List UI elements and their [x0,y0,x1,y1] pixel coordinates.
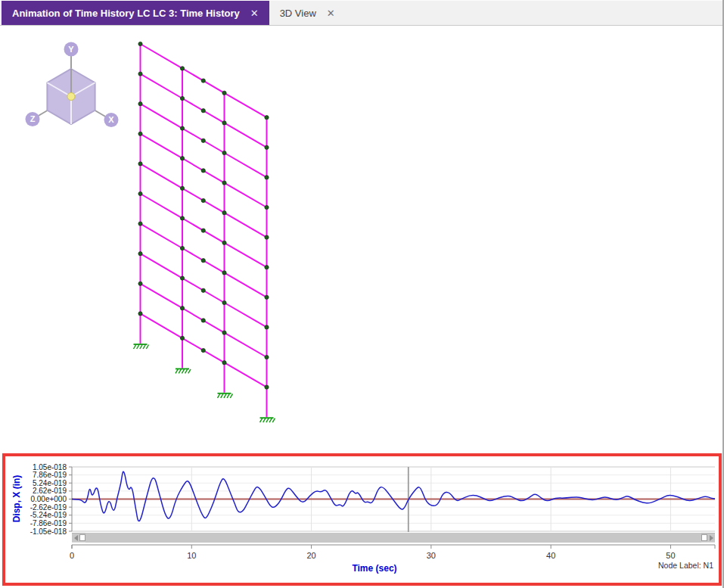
svg-text:40: 40 [546,551,555,560]
app-window: Animation of Time History LC LC 3: Time … [0,0,724,588]
node-dot[interactable] [180,126,184,130]
node-dot[interactable] [180,216,184,220]
svg-text:2.62e-019: 2.62e-019 [33,487,67,495]
svg-text:5.24e-019: 5.24e-019 [33,479,67,487]
node-dot[interactable] [138,222,142,226]
svg-text:-1.05e-018: -1.05e-018 [30,527,67,536]
node-dot[interactable] [138,42,142,45]
beam-member [225,123,267,147]
node-dot[interactable] [201,109,205,113]
svg-text:10: 10 [187,551,196,560]
model-viewport[interactable]: YZX [0,26,722,453]
node-label: Node Label: N1 [658,561,713,570]
scroll-range-start-handle[interactable] [79,534,85,541]
node-dot[interactable] [222,91,226,95]
node-dot[interactable] [222,121,226,125]
node-dot[interactable] [265,266,269,269]
beam-member [225,333,267,357]
time-scrollbar[interactable] [72,533,715,543]
scroll-right-arrow-icon[interactable] [707,533,715,543]
node-dot[interactable] [180,246,184,250]
svg-text:50: 50 [666,551,675,560]
fixed-support[interactable] [134,344,149,349]
close-icon[interactable]: ✕ [327,8,335,19]
node-dot[interactable] [201,259,205,263]
node-dot[interactable] [138,132,142,135]
node-dot[interactable] [201,319,205,322]
node-dot[interactable] [180,336,184,340]
beam-member [141,284,183,308]
svg-text:-2.62e-019: -2.62e-019 [30,503,67,512]
time-history-panel: 1.05e-0187.86e-0195.24e-0192.62e-0190.00… [2,453,722,586]
beam-member [141,134,183,158]
node-dot[interactable] [138,72,142,76]
node-dot[interactable] [222,181,226,185]
node-dot[interactable] [201,348,205,352]
node-dot[interactable] [265,385,269,389]
node-dot[interactable] [265,145,269,149]
node-dot[interactable] [201,138,205,142]
node-dot[interactable] [138,252,142,256]
beam-member [141,313,183,338]
x-axis: 01020304050 [70,545,715,560]
node-dot[interactable] [180,186,184,190]
node-dot[interactable] [138,102,142,106]
orientation-triad[interactable]: YZX [26,42,119,128]
fixed-support[interactable] [260,418,275,422]
node-dot[interactable] [201,79,205,82]
fixed-support[interactable] [218,394,233,398]
node-dot[interactable] [222,151,226,154]
node-dot[interactable] [138,312,142,316]
scene-canvas[interactable]: YZX [0,26,722,453]
scroll-left-arrow-icon[interactable] [72,533,79,543]
node-dot[interactable] [265,235,269,239]
node-dot[interactable] [222,271,226,275]
node-dot[interactable] [265,176,269,179]
node-dot[interactable] [222,331,226,334]
beam-member [225,93,267,117]
tab-bar: Animation of Time History LC LC 3: Time … [0,0,722,26]
node-dot[interactable] [138,191,142,195]
scroll-thumb[interactable] [85,533,701,543]
fixed-support[interactable] [176,369,191,373]
svg-text:Z: Z [30,114,36,123]
scroll-range-end-handle[interactable] [701,534,707,541]
beam-member [141,104,183,128]
node-dot[interactable] [201,288,205,292]
node-dot[interactable] [201,229,205,232]
svg-text:-5.24e-019: -5.24e-019 [30,511,67,519]
beam-member [225,153,267,177]
node-dot[interactable] [201,198,205,202]
beam-member [141,194,183,218]
beam-member [225,213,267,237]
node-dot[interactable] [265,116,269,120]
beam-member [141,163,183,188]
close-icon[interactable]: ✕ [250,8,259,19]
svg-text:30: 30 [427,551,436,560]
tab-animation-time-history[interactable]: Animation of Time History LC LC 3: Time … [2,1,269,25]
node-dot[interactable] [265,205,269,209]
node-dot[interactable] [265,295,269,299]
node-dot[interactable] [222,211,226,215]
node-dot[interactable] [180,306,184,310]
beam-member [225,243,267,267]
beam-member [225,183,267,207]
node-dot[interactable] [201,169,205,173]
node-dot[interactable] [265,325,269,329]
node-dot[interactable] [222,241,226,244]
node-dot[interactable] [180,96,184,100]
tab-3d-view[interactable]: 3D View ✕ [269,1,346,25]
frame-structure[interactable] [134,42,275,422]
node-dot[interactable] [180,276,184,280]
node-dot[interactable] [180,67,184,70]
tab-label: Animation of Time History LC LC 3: Time … [12,8,240,19]
node-dot[interactable] [138,162,142,166]
node-dot[interactable] [180,157,184,160]
svg-text:0.00e+000: 0.00e+000 [30,495,67,503]
svg-text:7.86e-019: 7.86e-019 [33,471,67,479]
node-dot[interactable] [265,355,269,359]
node-dot[interactable] [138,282,142,285]
beam-member [225,362,267,387]
node-dot[interactable] [222,361,226,365]
node-dot[interactable] [222,300,226,304]
